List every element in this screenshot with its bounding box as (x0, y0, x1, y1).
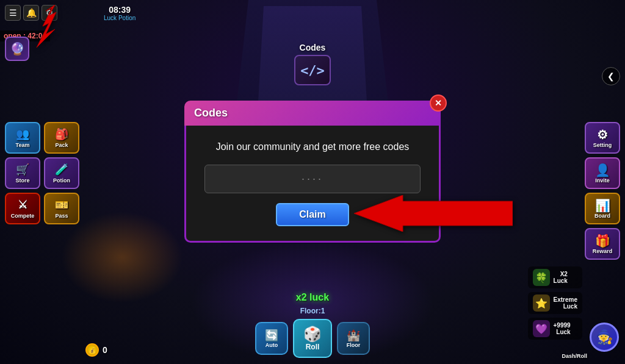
notification-icon[interactable]: 🔔 (23, 5, 39, 21)
board-button[interactable]: 📊 Board (585, 193, 620, 224)
codes-bracket-icon: </> (300, 63, 325, 78)
potion-icon: 🧪 (55, 163, 68, 176)
bg-glow-left (61, 212, 183, 303)
timer-display: 08:39 Luck Potion (104, 5, 135, 21)
pack-icon: 🎒 (55, 127, 68, 141)
pass-label: Pass (55, 213, 68, 219)
timer-label: Luck Potion (104, 15, 135, 21)
auto-button[interactable]: 🔄 Auto (255, 322, 288, 355)
codes-top-display: Codes </> (294, 43, 331, 85)
compete-label: Compete (11, 213, 35, 219)
floor-text: Floor:1 (300, 307, 325, 315)
right-panel: ⚙ Setting 👤 Invite 📊 Board 🎁 Reward (585, 122, 620, 260)
timer-value: 08:39 (104, 5, 135, 15)
x2-luck-text: x2 luck (296, 292, 329, 303)
avatar-bottomright[interactable]: 🧙 (590, 323, 619, 352)
boost-panel: 🍀 X2Luck ⭐ ExtremeLuck 💜 +9999Luck (528, 266, 582, 340)
pack-button[interactable]: 🎒 Pack (44, 122, 79, 154)
board-icon: 📊 (595, 198, 610, 213)
code-input-field[interactable]: ···· (204, 165, 421, 193)
boost-x2luck[interactable]: 🍀 X2Luck (528, 266, 582, 288)
coin-icon: 💰 (85, 343, 99, 357)
avatar-topleft[interactable]: 🔮 (5, 37, 29, 61)
coins-display: 💰 0 (85, 343, 107, 357)
invite-button[interactable]: 👤 Invite (585, 157, 620, 189)
claim-button[interactable]: Claim (276, 203, 349, 226)
potion-button[interactable]: 🧪 Potion (44, 157, 79, 189)
extremeluck-icon: ⭐ (533, 294, 550, 312)
pass-icon: 🎫 (55, 198, 68, 212)
reward-label: Reward (593, 248, 613, 254)
roll-icon: 🎲 (303, 326, 322, 343)
roll-button[interactable]: 🎲 Roll (293, 319, 332, 358)
store-icon: 🛒 (16, 163, 29, 176)
back-button[interactable]: ❮ (602, 67, 620, 85)
reward-icon: 🎁 (595, 234, 610, 248)
x2luck-label: X2Luck (554, 271, 568, 284)
invite-icon: 👤 (595, 163, 610, 177)
top-bar: ☰ 🔔 ⚙ (5, 5, 57, 21)
compete-icon: ⚔ (18, 198, 27, 212)
codes-modal: Codes ✕ Join our community and get more … (184, 101, 441, 243)
9999luck-label: +9999Luck (554, 322, 571, 335)
setting-label: Setting (593, 142, 612, 148)
team-label: Team (16, 142, 30, 148)
9999luck-icon: 💜 (533, 320, 550, 337)
setting-button[interactable]: ⚙ Setting (585, 122, 620, 154)
left-panel: 👥 Team 🎒 Pack 🛒 Store 🧪 Potion ⚔ Compete… (5, 122, 79, 224)
pack-label: Pack (55, 142, 68, 148)
roll-label: Roll (306, 343, 320, 351)
codes-top-label: Codes (300, 43, 326, 52)
modal-title-bar: Codes ✕ (184, 101, 441, 126)
team-button[interactable]: 👥 Team (5, 122, 40, 154)
pass-button[interactable]: 🎫 Pass (44, 193, 79, 224)
extremeluck-label: ExtremeLuck (554, 296, 577, 310)
floor-btn-label: Floor (347, 342, 361, 348)
menu-icon[interactable]: ☰ (5, 5, 21, 21)
store-label: Store (15, 177, 29, 184)
bottom-area: x2 luck Floor:1 🔄 Auto 🎲 Roll 🏰 Floor (255, 292, 370, 358)
invite-label: Invite (595, 177, 610, 184)
x2luck-icon: 🍀 (533, 269, 550, 286)
codes-icon-button[interactable]: </> (294, 55, 331, 85)
coin-amount: 0 (103, 345, 107, 355)
dash-roll-label: Dash/Roll (562, 353, 587, 359)
bottom-buttons: 🔄 Auto 🎲 Roll 🏰 Floor (255, 319, 370, 358)
settings-small-icon[interactable]: ⚙ (42, 5, 57, 21)
boost-extremeluck[interactable]: ⭐ ExtremeLuck (528, 292, 582, 314)
floor-icon: 🏰 (347, 329, 360, 342)
auto-label: Auto (266, 342, 278, 348)
board-label: Board (594, 213, 610, 219)
auto-icon: 🔄 (265, 329, 278, 342)
compete-button[interactable]: ⚔ Compete (5, 193, 40, 224)
team-icon: 👥 (16, 127, 29, 141)
modal-body: Join our community and get more free cod… (184, 126, 441, 243)
modal-close-button[interactable]: ✕ (430, 95, 447, 112)
store-button[interactable]: 🛒 Store (5, 157, 40, 189)
potion-label: Potion (53, 177, 70, 184)
modal-title: Codes (194, 107, 228, 120)
floor-button[interactable]: 🏰 Floor (337, 322, 370, 355)
modal-community-text: Join our community and get more free cod… (204, 140, 421, 154)
boost-9999luck[interactable]: 💜 +9999Luck (528, 318, 582, 340)
setting-icon: ⚙ (597, 127, 608, 142)
reward-button[interactable]: 🎁 Reward (585, 228, 620, 260)
